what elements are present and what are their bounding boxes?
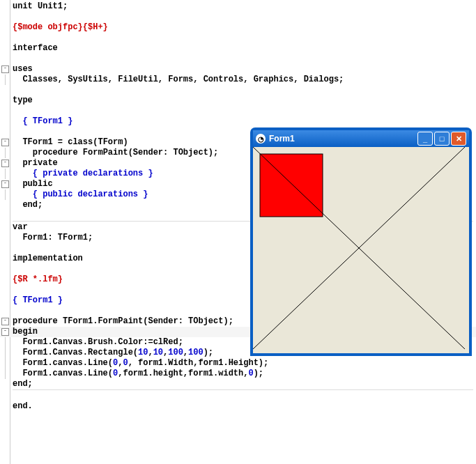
fold-toggle[interactable]: - bbox=[1, 328, 9, 336]
code-line: Form1.canvas.Line(0,form1.height,form1.w… bbox=[13, 369, 263, 378]
code-line: end; bbox=[13, 200, 43, 210]
code-line: type bbox=[13, 95, 33, 105]
code-line: Form1.Canvas.Rectangle(10,10,100,100); bbox=[13, 348, 213, 357]
fold-toggle[interactable]: - bbox=[1, 139, 9, 146]
form-canvas bbox=[253, 147, 469, 353]
code-line: interface bbox=[13, 43, 58, 53]
fold-toggle[interactable]: - bbox=[1, 318, 9, 325]
fold-toggle[interactable]: - bbox=[1, 180, 9, 188]
code-line: procedure FormPaint(Sender: TObject); bbox=[13, 148, 218, 157]
code-line: var bbox=[13, 222, 28, 232]
code-line: {$mode objfpc}{$H+} bbox=[13, 22, 108, 32]
close-button[interactable]: ✕ bbox=[451, 132, 466, 146]
minimize-button[interactable]: _ bbox=[417, 132, 433, 146]
code-line: end; bbox=[13, 379, 33, 389]
code-line: Form1.canvas.Line(0,0, form1.Width,form1… bbox=[13, 358, 268, 368]
code-line: { TForm1 } bbox=[13, 295, 63, 305]
code-line: begin bbox=[13, 327, 38, 337]
svg-rect-0 bbox=[260, 154, 323, 217]
code-line: { public declarations } bbox=[13, 190, 148, 199]
code-line: Form1: TForm1; bbox=[13, 233, 93, 242]
code-line: Classes, SysUtils, FileUtil, Forms, Cont… bbox=[13, 75, 344, 84]
form-title: Form1 bbox=[269, 134, 417, 144]
form-window[interactable]: ◔ Form1 _ □ ✕ bbox=[251, 128, 471, 355]
code-line: procedure TForm1.FormPaint(Sender: TObje… bbox=[13, 316, 233, 326]
maximize-button[interactable]: □ bbox=[434, 132, 450, 146]
fold-toggle[interactable]: - bbox=[1, 65, 9, 73]
code-line: Form1.Canvas.Brush.Color:=clRed; bbox=[13, 337, 183, 347]
code-line: TForm1 = class(TForm) bbox=[13, 137, 128, 147]
code-line: { private declarations } bbox=[13, 169, 153, 178]
canvas-drawing bbox=[253, 147, 465, 349]
code-line: { TForm1 } bbox=[13, 116, 72, 126]
code-line: {$R *.lfm} bbox=[13, 274, 63, 284]
form-titlebar[interactable]: ◔ Form1 _ □ ✕ bbox=[253, 130, 469, 147]
code-line: implementation bbox=[13, 254, 83, 263]
code-line: public bbox=[13, 179, 53, 189]
fold-toggle[interactable]: - bbox=[1, 160, 9, 167]
code-line: end. bbox=[13, 401, 33, 411]
code-line: unit Unit1; bbox=[13, 1, 68, 11]
app-icon: ◔ bbox=[256, 134, 266, 144]
code-line: private bbox=[13, 158, 58, 168]
code-line: uses bbox=[13, 64, 33, 74]
